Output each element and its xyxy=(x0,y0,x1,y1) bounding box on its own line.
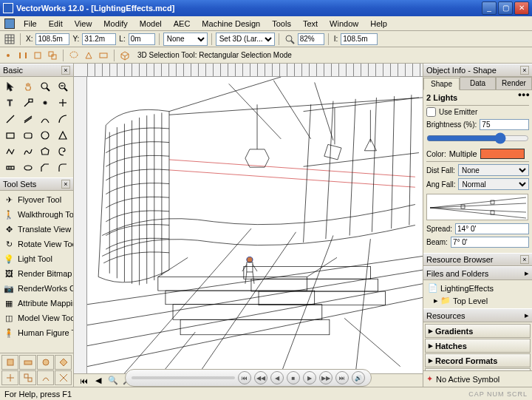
toolsets-palette-header[interactable]: Tool Sets × xyxy=(0,177,73,191)
tool-attrmap[interactable]: ▦Attribute Mapping ... xyxy=(1,296,72,311)
play-stop-icon[interactable]: ■ xyxy=(287,371,300,384)
tool-renderworks[interactable]: 📷RenderWorks Ca... xyxy=(1,281,72,296)
menu-file[interactable]: File xyxy=(18,18,43,30)
nav-first-icon[interactable]: ⏮ xyxy=(77,374,90,387)
play-back-icon[interactable]: ◀ xyxy=(270,371,284,384)
grid-icon[interactable] xyxy=(3,33,16,46)
tool-light[interactable]: 💡Light Tool xyxy=(1,251,72,266)
menu-view[interactable]: View xyxy=(69,18,98,30)
menu-help[interactable]: Help xyxy=(364,18,393,30)
play-first-icon[interactable]: ⏮ xyxy=(238,371,251,384)
resources-header[interactable]: Resources▸ xyxy=(423,308,532,322)
wall-tool[interactable] xyxy=(1,160,19,176)
zoomout-tool[interactable] xyxy=(54,78,72,95)
brightness-slider[interactable] xyxy=(426,132,529,144)
doubleline-tool[interactable] xyxy=(19,111,37,127)
tool-walkthrough[interactable]: 🚶Walkthrough Tool xyxy=(1,207,72,222)
play-vol-icon[interactable]: 🔊 xyxy=(352,371,365,384)
select-tool[interactable] xyxy=(1,78,19,95)
use-emitter-checkbox[interactable] xyxy=(426,107,436,117)
object-info-header[interactable]: Object Info - Shape × xyxy=(423,64,532,77)
zoom-tool[interactable] xyxy=(37,78,55,95)
zoom-input[interactable] xyxy=(298,33,324,45)
tool-humanfigure[interactable]: 🧍Human Figure Tool xyxy=(1,325,72,340)
mode-dot-icon[interactable] xyxy=(1,49,15,62)
polyline-tool[interactable] xyxy=(1,143,19,160)
cat-hatches[interactable]: ▸Hatches xyxy=(425,339,531,353)
fillet-tool[interactable] xyxy=(54,160,72,176)
tool-renderbitmap[interactable]: 🖼Render Bitmap Tool xyxy=(1,266,72,281)
text-tool[interactable]: T xyxy=(1,95,19,111)
time-slider[interactable] xyxy=(132,376,235,379)
layer-select[interactable]: None xyxy=(163,33,208,46)
tab-data[interactable]: Data xyxy=(460,77,496,89)
resource-file[interactable]: 📄LightingEffects xyxy=(425,282,531,294)
minimize-button[interactable]: _ xyxy=(482,1,497,15)
distfall-select[interactable]: None xyxy=(458,164,529,176)
l-input[interactable] xyxy=(129,33,155,45)
mode-box-icon[interactable] xyxy=(31,49,44,62)
ruler-horizontal[interactable] xyxy=(74,64,423,77)
tool-translate[interactable]: ✥Translate View Tool xyxy=(1,222,72,237)
tool-flyover[interactable]: ✈Flyover Tool xyxy=(1,192,72,207)
mode-diag-icon[interactable] xyxy=(46,49,59,62)
pan-tool[interactable] xyxy=(19,78,37,95)
spiral-tool[interactable] xyxy=(54,143,72,160)
play-ff-icon[interactable]: ▶▶ xyxy=(319,371,332,384)
ellipse-tool[interactable] xyxy=(19,160,37,176)
tab-shape[interactable]: Shape xyxy=(423,78,460,90)
tool-rotate[interactable]: ↻Rotate View Tool xyxy=(1,237,72,251)
mode-7[interactable] xyxy=(37,370,54,385)
menu-tools[interactable]: Tools xyxy=(266,18,297,30)
play-last-icon[interactable]: ⏭ xyxy=(335,371,349,384)
menu-window[interactable]: Window xyxy=(324,18,364,30)
beam-input[interactable] xyxy=(451,237,529,248)
play-rew-icon[interactable]: ◀◀ xyxy=(254,371,267,384)
view-select[interactable]: Set 3D (Lar... xyxy=(216,33,275,46)
mode-bracket-icon[interactable] xyxy=(16,49,30,62)
canvas[interactable] xyxy=(87,77,423,373)
mode-1[interactable] xyxy=(1,355,18,370)
close-icon[interactable]: × xyxy=(520,255,529,264)
mode-8[interactable] xyxy=(55,370,72,385)
close-icon[interactable]: × xyxy=(520,66,529,75)
cat-recordformats[interactable]: ▸Record Formats xyxy=(425,353,531,367)
zoom-icon[interactable] xyxy=(283,33,296,46)
close-icon[interactable]: × xyxy=(61,180,70,189)
callout-tool[interactable] xyxy=(19,95,37,111)
angfall-select[interactable]: Normal xyxy=(458,178,529,190)
zoom-out-icon[interactable]: 🔍 xyxy=(106,374,120,387)
locus-tool[interactable] xyxy=(54,95,72,111)
menu-modify[interactable]: Modify xyxy=(98,18,133,30)
nav-prev-icon[interactable]: ◀ xyxy=(92,374,105,387)
cat-gradients[interactable]: ▸Gradients xyxy=(425,324,531,338)
menu-icon[interactable]: ▸ xyxy=(525,311,529,320)
rect-tool[interactable] xyxy=(1,127,19,143)
y-input[interactable] xyxy=(82,33,116,45)
resource-browser-header[interactable]: Resource Browser × xyxy=(423,253,532,266)
menu-aec[interactable]: AEC xyxy=(168,18,197,30)
doc-icon[interactable] xyxy=(4,18,15,29)
mode-rect-icon[interactable] xyxy=(97,49,110,62)
files-folders-header[interactable]: Files and Folders▸ xyxy=(423,266,532,280)
line-tool[interactable] xyxy=(1,111,19,127)
polygon-tool[interactable] xyxy=(37,143,55,160)
point-tool[interactable] xyxy=(37,95,55,111)
maximize-button[interactable]: ▢ xyxy=(498,1,513,15)
spread-input[interactable] xyxy=(455,223,529,234)
mode-4[interactable] xyxy=(55,355,72,370)
close-button[interactable]: ✕ xyxy=(514,1,529,15)
arc-tool[interactable] xyxy=(37,111,55,127)
mode-6[interactable] xyxy=(19,370,36,385)
mode-lasso-icon[interactable] xyxy=(67,49,81,62)
quarter-tool[interactable] xyxy=(54,111,72,127)
triangle-tool[interactable] xyxy=(54,127,72,143)
mode-3[interactable] xyxy=(37,355,54,370)
play-fwd-icon[interactable]: ▶ xyxy=(303,371,316,384)
ruler-vertical[interactable] xyxy=(74,77,87,373)
menu-machinedesign[interactable]: Machine Design xyxy=(196,18,266,30)
chamfer-tool[interactable] xyxy=(37,160,55,176)
resource-toplevel[interactable]: ▸📁Top Level xyxy=(425,294,531,307)
tab-render[interactable]: Render xyxy=(496,77,532,89)
mode-3d-icon[interactable] xyxy=(118,49,132,62)
